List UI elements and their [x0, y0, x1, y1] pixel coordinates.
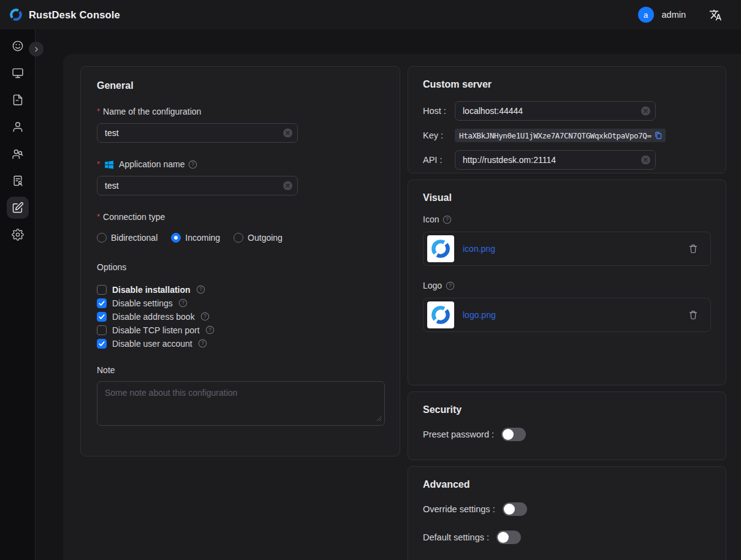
sidebar-item-dashboard[interactable] [7, 35, 29, 57]
sidebar-item-settings[interactable] [7, 224, 29, 246]
svg-text:?: ? [446, 216, 449, 222]
trash-icon[interactable] [688, 310, 698, 320]
copy-icon[interactable] [654, 131, 663, 140]
custom-server-title: Custom server [423, 79, 711, 90]
logo-upload-row: logo.png [423, 298, 711, 332]
app-name-input[interactable] [97, 176, 298, 195]
rustdesk-logo-icon [9, 7, 23, 22]
option-disable-tcp-listen-port: Disable TCP listen port ? [97, 324, 384, 337]
monitor-icon [12, 67, 24, 79]
smiley-icon [12, 40, 24, 52]
note-label: Note [97, 365, 384, 375]
preset-password-label: Preset password : [423, 429, 494, 439]
checkbox[interactable] [97, 285, 107, 295]
main-area: General * Name of the configuration * Ap… [36, 29, 741, 560]
host-row: Host : [423, 101, 711, 121]
checkbox[interactable] [97, 312, 107, 322]
clear-icon[interactable] [283, 181, 292, 191]
icon-preview [427, 235, 454, 262]
logo-preview [427, 301, 454, 328]
options-list: Disable installation ? Disable settings … [97, 283, 384, 350]
logo-label: Logo ? [423, 281, 711, 290]
svg-text:?: ? [192, 161, 195, 167]
advanced-card: Advanced Override settings : Default set… [408, 466, 726, 560]
checkbox[interactable] [97, 339, 107, 349]
clear-icon[interactable] [641, 156, 650, 165]
general-card: General * Name of the configuration * Ap… [80, 66, 400, 456]
required-asterisk: * [97, 106, 100, 117]
translate-icon[interactable] [709, 9, 722, 21]
svg-text:?: ? [201, 340, 204, 346]
sidebar-collapse-button[interactable] [29, 42, 44, 56]
trash-icon[interactable] [688, 244, 698, 254]
key-label: Key : [423, 131, 455, 140]
radio-circle [234, 233, 243, 243]
help-icon[interactable]: ? [205, 325, 215, 335]
username[interactable]: admin [662, 10, 686, 20]
svg-text:?: ? [199, 286, 202, 292]
svg-text:?: ? [181, 300, 184, 306]
advanced-title: Advanced [423, 479, 711, 490]
host-field [455, 101, 656, 121]
svg-text:?: ? [208, 327, 211, 333]
help-icon[interactable]: ? [196, 285, 205, 294]
sidebar-item-audit[interactable] [7, 170, 29, 192]
option-disable-settings: Disable settings ? [97, 297, 384, 310]
config-name-label: * Name of the configuration [97, 106, 384, 117]
icon-file-link[interactable]: icon.png [463, 244, 495, 254]
preset-password-toggle[interactable] [501, 428, 526, 441]
default-settings-row: Default settings : [423, 531, 711, 544]
user-icon [12, 121, 24, 133]
api-field [455, 150, 656, 170]
document-user-icon [12, 175, 24, 187]
radio-circle [171, 233, 181, 243]
help-icon[interactable]: ? [443, 215, 452, 224]
help-icon[interactable]: ? [178, 298, 188, 308]
note-textarea[interactable] [97, 381, 385, 426]
help-icon[interactable]: ? [200, 312, 210, 321]
option-disable-user-account: Disable user account ? [97, 337, 384, 350]
radio-outgoing[interactable]: Outgoing [234, 233, 283, 243]
app-title: RustDesk Console [29, 9, 120, 21]
sidebar-item-users[interactable] [7, 116, 29, 138]
default-settings-toggle[interactable] [496, 531, 521, 544]
top-bar: RustDesk Console a admin [0, 0, 741, 29]
sidebar-item-sessions[interactable] [7, 89, 29, 111]
svg-text:?: ? [449, 282, 452, 289]
checkbox[interactable] [97, 325, 107, 335]
custom-server-card: Custom server Host : Key : HtaXBkJNHyn0e… [408, 66, 726, 173]
visual-card: Visual Icon ? icon.png [408, 180, 726, 385]
clear-icon[interactable] [641, 107, 650, 116]
required-asterisk: * [97, 211, 100, 222]
icon-label: Icon ? [423, 214, 711, 224]
options-label: Options [97, 262, 384, 272]
icon-upload-row: icon.png [423, 232, 711, 266]
override-settings-toggle[interactable] [503, 502, 527, 516]
avatar[interactable]: a [638, 7, 654, 23]
config-name-input[interactable] [97, 123, 298, 143]
sidebar [0, 29, 36, 560]
radio-bidirectional[interactable]: Bidirectional [97, 233, 158, 243]
checkbox[interactable] [97, 298, 107, 308]
brand: RustDesk Console [9, 7, 120, 22]
host-label: Host : [423, 106, 455, 116]
general-title: General [97, 80, 384, 91]
sidebar-item-groups[interactable] [7, 143, 29, 165]
option-disable-address-book: Disable address book ? [97, 310, 384, 324]
clear-icon[interactable] [283, 129, 292, 138]
note-field [97, 381, 384, 426]
required-asterisk: * [97, 159, 100, 170]
help-icon[interactable]: ? [446, 281, 455, 290]
connection-type-label: * Connection type [97, 211, 384, 222]
help-icon[interactable]: ? [198, 339, 207, 348]
host-input[interactable] [455, 101, 656, 121]
api-input[interactable] [455, 150, 656, 170]
radio-incoming[interactable]: Incoming [171, 233, 220, 243]
user-search-icon [12, 148, 24, 160]
logo-file-link[interactable]: logo.png [463, 310, 496, 320]
content-container: General * Name of the configuration * Ap… [63, 54, 741, 560]
sidebar-item-devices[interactable] [7, 62, 29, 84]
help-icon[interactable]: ? [188, 160, 197, 169]
api-row: API : [423, 150, 711, 170]
sidebar-item-custom-clients[interactable] [7, 197, 29, 219]
